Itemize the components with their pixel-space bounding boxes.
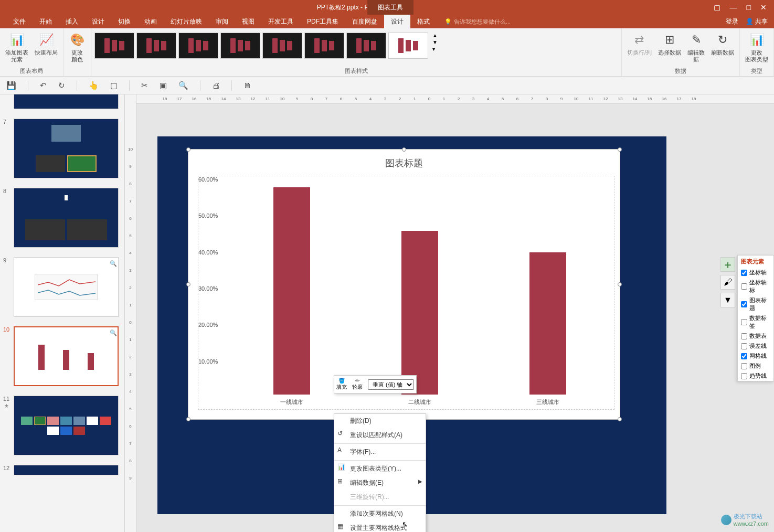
chart-element-option[interactable]: 坐标轴: [738, 268, 773, 278]
chart-element-checkbox[interactable]: [741, 363, 747, 369]
chart-style-4[interactable]: [220, 33, 260, 59]
chart-bar[interactable]: [273, 187, 310, 395]
axis-selector[interactable]: 垂直 (值) 轴: [368, 379, 414, 390]
chart-element-checkbox[interactable]: [741, 333, 747, 339]
style-gallery-more-icon[interactable]: ▾: [432, 46, 438, 52]
refresh-data-button[interactable]: ↻刷新数据: [709, 30, 736, 57]
restore-button[interactable]: □: [747, 3, 751, 12]
slide-thumb-8[interactable]: 8: [4, 188, 120, 248]
menu-edit-data[interactable]: ⊞编辑数据(E)▶: [334, 476, 426, 490]
chart-style-1[interactable]: [94, 33, 134, 59]
tab-home[interactable]: 开始: [33, 15, 59, 28]
chart-element-checkbox[interactable]: [741, 343, 747, 349]
style-gallery-up-icon[interactable]: ▲: [432, 33, 438, 38]
change-chart-type-button[interactable]: 📊更改 图表类型: [743, 30, 770, 64]
selection-handle[interactable]: [618, 147, 622, 152]
selection-handle[interactable]: [618, 417, 622, 421]
tab-insert[interactable]: 插入: [59, 15, 85, 28]
slide-editor[interactable]: 109876543210123456789 181716151413121110…: [125, 94, 774, 532]
tab-chart-format[interactable]: 格式: [410, 15, 437, 28]
slide-thumb-11[interactable]: 11 ★: [4, 396, 120, 455]
ribbon-options-icon[interactable]: ▢: [714, 3, 720, 12]
print-icon[interactable]: 🖨: [212, 81, 220, 90]
slideshow-icon[interactable]: ▣: [160, 81, 167, 90]
chart-styles-button[interactable]: 🖌: [720, 275, 735, 290]
tab-transitions[interactable]: 切换: [111, 15, 137, 28]
chart-element-option[interactable]: 趋势线: [738, 371, 773, 381]
chart-element-option[interactable]: 网格线: [738, 351, 773, 361]
slide-thumb-9[interactable]: 9 🔍: [4, 257, 120, 317]
minimize-button[interactable]: —: [730, 3, 737, 12]
tab-design-slide[interactable]: 设计: [85, 15, 111, 28]
chart-element-checkbox[interactable]: [741, 270, 747, 276]
edit-data-button[interactable]: ✎编辑数 据: [685, 30, 707, 64]
selection-handle[interactable]: [618, 282, 622, 286]
slide-thumb-7[interactable]: 7: [4, 119, 120, 178]
tab-animations[interactable]: 动画: [137, 15, 164, 28]
touch-mode-icon[interactable]: 👆: [89, 81, 99, 90]
save-icon[interactable]: 💾: [6, 81, 16, 90]
outline-button[interactable]: ✏轮廓: [352, 378, 363, 391]
change-colors-button[interactable]: 🎨 更改 颜色: [67, 30, 88, 64]
chart-element-option[interactable]: 图例: [738, 361, 773, 371]
cut-icon[interactable]: ✂: [141, 81, 148, 90]
y-axis[interactable]: 60.00% 50.00% 40.00% 30.00% 20.00% 10.00…: [198, 176, 225, 395]
login-link[interactable]: 登录: [726, 17, 738, 26]
tab-baidu[interactable]: 百度网盘: [345, 15, 384, 28]
tab-slideshow[interactable]: 幻灯片放映: [164, 15, 209, 28]
menu-delete[interactable]: 删除(D): [334, 414, 426, 428]
selection-handle[interactable]: [186, 282, 190, 286]
tab-chart-design[interactable]: 设计: [384, 15, 410, 28]
chart-element-checkbox[interactable]: [741, 373, 747, 379]
start-from-beginning-icon[interactable]: ▢: [110, 81, 118, 90]
chart-element-option[interactable]: 数据表: [738, 331, 773, 341]
chart-filters-button[interactable]: ▼: [720, 293, 735, 307]
switch-row-col-button[interactable]: ⇄切换行/列: [625, 30, 654, 57]
tab-file[interactable]: 文件: [6, 15, 33, 28]
selection-handle[interactable]: [186, 147, 190, 152]
tab-review[interactable]: 审阅: [209, 15, 235, 28]
undo-icon[interactable]: ↶: [40, 81, 47, 90]
chart-element-checkbox[interactable]: [741, 283, 747, 290]
chart-style-5[interactable]: [262, 33, 302, 59]
quick-layout-button[interactable]: 📈 快速布局: [33, 30, 60, 57]
tell-me-search[interactable]: 💡 告诉我您想要做什么...: [444, 18, 511, 26]
menu-add-minor-gridlines[interactable]: 添加次要网格线(N): [334, 507, 426, 521]
chart-element-option[interactable]: 图表标题: [738, 295, 773, 313]
slide-thumb-6[interactable]: [4, 94, 120, 109]
select-data-button[interactable]: ⊞选择数据: [656, 30, 683, 57]
tab-view[interactable]: 视图: [235, 15, 261, 28]
chart-bar[interactable]: [529, 252, 566, 395]
share-button[interactable]: 👤 共享: [746, 17, 768, 26]
chart-bar[interactable]: [401, 231, 438, 395]
menu-change-chart-type[interactable]: 📊更改图表类型(Y)...: [334, 462, 426, 476]
chart-style-gallery[interactable]: [94, 33, 428, 59]
chart-style-8[interactable]: [388, 33, 428, 59]
chart-element-checkbox[interactable]: [741, 319, 747, 325]
chart-elements-button[interactable]: ＋: [720, 257, 735, 272]
slide-thumb-10[interactable]: 10 🔍: [4, 326, 120, 386]
chart-style-3[interactable]: [178, 33, 218, 59]
redo-icon[interactable]: ↻: [58, 81, 65, 90]
chart-element-checkbox[interactable]: [741, 301, 747, 307]
zoom-icon[interactable]: 🔍: [178, 81, 188, 90]
close-button[interactable]: ✕: [760, 3, 767, 12]
slide-thumbnails-panel[interactable]: 7 8 9 🔍: [0, 94, 125, 532]
menu-font[interactable]: A字体(F)...: [334, 445, 426, 459]
chart-style-2[interactable]: [136, 33, 176, 59]
style-gallery-down-icon[interactable]: ▼: [432, 39, 438, 45]
chart-element-option[interactable]: 数据标签: [738, 313, 773, 331]
chart-element-checkbox[interactable]: [741, 353, 747, 359]
new-slide-icon[interactable]: 🗎: [243, 81, 251, 90]
fill-button[interactable]: 🪣填充: [336, 378, 347, 391]
menu-reset-style[interactable]: ↺重设以匹配样式(A): [334, 428, 426, 442]
selection-handle[interactable]: [186, 417, 190, 421]
selection-handle[interactable]: [402, 147, 406, 152]
slide-thumb-12[interactable]: 12: [4, 465, 120, 475]
chart-style-6[interactable]: [304, 33, 344, 59]
menu-format-major-gridlines[interactable]: ▦设置主要网格线格式(M)...: [334, 521, 426, 532]
chart-style-7[interactable]: [346, 33, 386, 59]
chart-title[interactable]: 图表标题: [188, 150, 620, 174]
chart-element-option[interactable]: 误差线: [738, 341, 773, 351]
chart-element-option[interactable]: 坐标轴标: [738, 278, 773, 295]
